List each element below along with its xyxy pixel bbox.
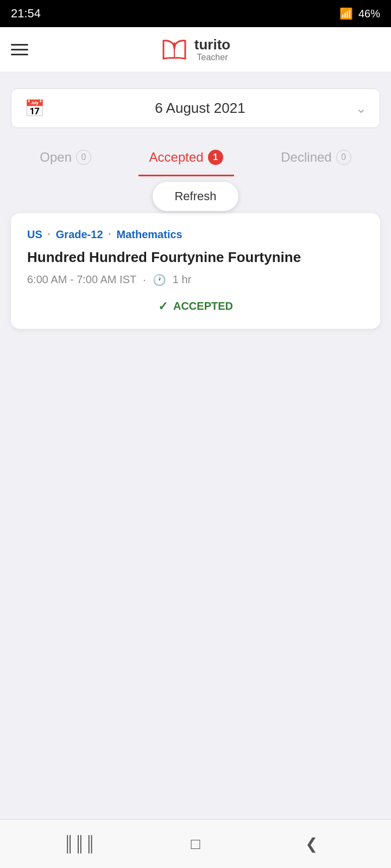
tab-open[interactable]: Open 0 [29, 144, 102, 176]
session-card: US · Grade-12 · Mathematics Hundred Hund… [11, 213, 380, 329]
session-duration: 1 hr [173, 273, 191, 286]
logo: turito Teacher [161, 37, 230, 62]
tab-declined[interactable]: Declined 0 [270, 144, 362, 176]
tag-subject: Mathematics [117, 228, 182, 241]
logo-text: turito Teacher [194, 37, 230, 62]
tag-grade: Grade-12 [56, 228, 103, 241]
status-bar: 21:54 📶 46% [0, 0, 391, 27]
tab-declined-label: Declined [281, 150, 331, 165]
check-icon: ✓ [158, 299, 168, 314]
status-time: 21:54 [11, 7, 41, 21]
card-tags: US · Grade-12 · Mathematics [27, 228, 364, 241]
calendar-icon: 📅 [24, 99, 45, 118]
recents-icon: ║║║ [64, 835, 96, 853]
dot-1: · [48, 229, 51, 240]
refresh-button[interactable]: Refresh [153, 182, 238, 211]
logo-name: turito [194, 37, 230, 53]
tab-bar: Open 0 Accepted 1 Declined 0 [11, 144, 380, 176]
battery-text: 46% [358, 8, 380, 20]
status-right: 📶 46% [339, 7, 380, 20]
session-time: 6:00 AM - 7:00 AM IST · 🕐 1 hr [27, 273, 364, 286]
selected-date: 6 August 2021 [54, 100, 346, 117]
refresh-area: Refresh [11, 182, 380, 211]
back-icon: ❮ [305, 835, 318, 853]
bottom-nav: ║║║ □ ❮ [0, 819, 391, 868]
logo-sub: Teacher [194, 53, 230, 62]
logo-book-icon [161, 38, 188, 61]
nav-home-button[interactable]: □ [179, 828, 212, 860]
tab-open-label: Open [40, 150, 72, 165]
nav-back-button[interactable]: ❮ [295, 828, 327, 860]
tab-open-count: 0 [76, 150, 91, 165]
status-label: ACCEPTED [173, 300, 233, 312]
tab-declined-count: 0 [336, 150, 351, 165]
session-title: Hundred Hundred Fourtynine Fourtynine [27, 248, 364, 267]
tab-accepted[interactable]: Accepted 1 [138, 144, 234, 176]
tab-accepted-label: Accepted [149, 150, 204, 165]
hamburger-menu[interactable] [11, 44, 28, 55]
nav-recents-button[interactable]: ║║║ [64, 828, 96, 860]
tab-accepted-badge: 1 [208, 150, 223, 165]
clock-icon: 🕐 [153, 273, 166, 286]
chevron-down-icon: ⌄ [356, 101, 367, 116]
tag-country: US [27, 228, 42, 241]
session-status: ✓ ACCEPTED [27, 299, 364, 314]
date-picker[interactable]: 📅 6 August 2021 ⌄ [11, 88, 380, 128]
wifi-icon: 📶 [339, 7, 353, 20]
home-icon: □ [191, 835, 200, 853]
time-separator: · [143, 273, 146, 286]
time-range: 6:00 AM - 7:00 AM IST [27, 273, 136, 286]
top-nav: turito Teacher [0, 27, 391, 72]
main-content: 📅 6 August 2021 ⌄ Open 0 Accepted 1 Decl… [0, 72, 391, 819]
dot-2: · [109, 229, 111, 240]
